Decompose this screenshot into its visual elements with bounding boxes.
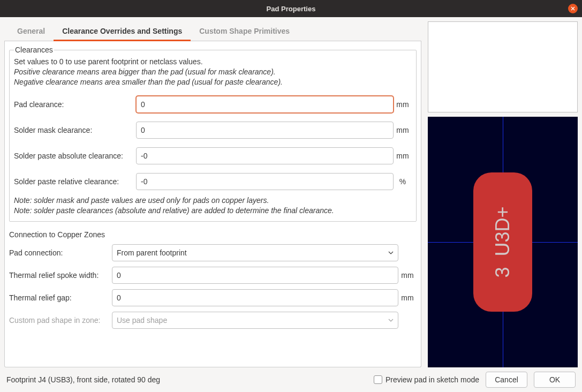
spoke-width-unit: mm	[398, 271, 417, 280]
tab-bar: General Clearance Overrides and Settings…	[4, 21, 421, 41]
pad-connection-select[interactable]: From parent footprint	[112, 244, 398, 261]
clearances-intro: Set values to 0 to use parent footprint …	[14, 57, 412, 66]
solder-mask-input[interactable]	[136, 122, 394, 139]
ok-button[interactable]: OK	[534, 372, 576, 388]
pad-connection-value: From parent footprint	[117, 248, 187, 257]
close-icon	[571, 6, 575, 11]
chevron-down-icon	[388, 251, 394, 254]
tab-content: Clearances Set values to 0 to use parent…	[4, 41, 421, 367]
pad-connection-label: Pad connection:	[9, 248, 112, 257]
pad-clearance-input[interactable]	[136, 96, 394, 113]
clearances-legend: Clearances	[14, 46, 54, 54]
close-button[interactable]	[568, 4, 578, 13]
solder-paste-abs-label: Solder paste absolute clearance:	[14, 152, 136, 160]
footprint-status: Footprint J4 (USB3), front side, rotated…	[6, 375, 160, 384]
clearances-positive-note: Positive clearance means area bigger tha…	[14, 67, 412, 77]
solder-paste-abs-unit: mm	[394, 152, 412, 160]
copper-zones-section: Connection to Copper Zones Pad connectio…	[9, 230, 417, 329]
preview-pad-labels: 3 U3D+	[492, 206, 514, 277]
preview-layers-panel	[428, 21, 578, 112]
preview-canvas[interactable]: 3 U3D+	[428, 117, 578, 367]
clearances-group: Clearances Set values to 0 to use parent…	[9, 46, 417, 222]
spoke-width-label: Thermal relief spoke width:	[9, 271, 112, 280]
tab-custom-primitives[interactable]: Custom Shape Primitives	[191, 21, 298, 41]
solder-mask-label: Solder mask clearance:	[14, 126, 136, 134]
sketch-mode-checkbox[interactable]: Preview pad in sketch mode	[374, 375, 479, 384]
custom-pad-shape-label: Custom pad shape in zone:	[9, 316, 112, 325]
sketch-mode-label: Preview pad in sketch mode	[386, 375, 479, 384]
pad-clearance-label: Pad clearance:	[14, 100, 136, 109]
clearances-note-2: Note: solder paste clearances (absolute …	[14, 206, 412, 216]
titlebar: Pad Properties	[0, 0, 582, 17]
tab-general[interactable]: General	[9, 21, 54, 41]
cancel-button[interactable]: Cancel	[486, 372, 527, 388]
relief-gap-input[interactable]	[112, 289, 398, 306]
chevron-down-icon	[388, 319, 394, 322]
solder-paste-rel-label: Solder paste relative clearance:	[14, 177, 136, 186]
spoke-width-input[interactable]	[112, 267, 398, 284]
clearances-note-1: Note: solder mask and paste values are u…	[14, 195, 412, 206]
custom-pad-shape-select: Use pad shape	[112, 312, 398, 329]
preview-net-name: U3D+	[492, 206, 514, 256]
checkbox-box	[374, 375, 382, 384]
preview-pad-number: 3	[492, 267, 514, 278]
relief-gap-unit: mm	[398, 293, 417, 302]
relief-gap-label: Thermal relief gap:	[9, 293, 112, 302]
window-title: Pad Properties	[267, 5, 316, 13]
solder-paste-abs-input[interactable]	[136, 147, 394, 164]
clearances-negative-note: Negative clearance means area smaller th…	[14, 77, 412, 87]
copper-zones-title: Connection to Copper Zones	[9, 230, 417, 239]
custom-pad-shape-value: Use pad shape	[117, 316, 167, 325]
solder-mask-unit: mm	[394, 126, 412, 134]
tab-clearance[interactable]: Clearance Overrides and Settings	[54, 21, 191, 41]
solder-paste-rel-unit: %	[394, 177, 412, 186]
pad-clearance-unit: mm	[394, 100, 412, 109]
solder-paste-rel-input[interactable]	[136, 173, 394, 190]
